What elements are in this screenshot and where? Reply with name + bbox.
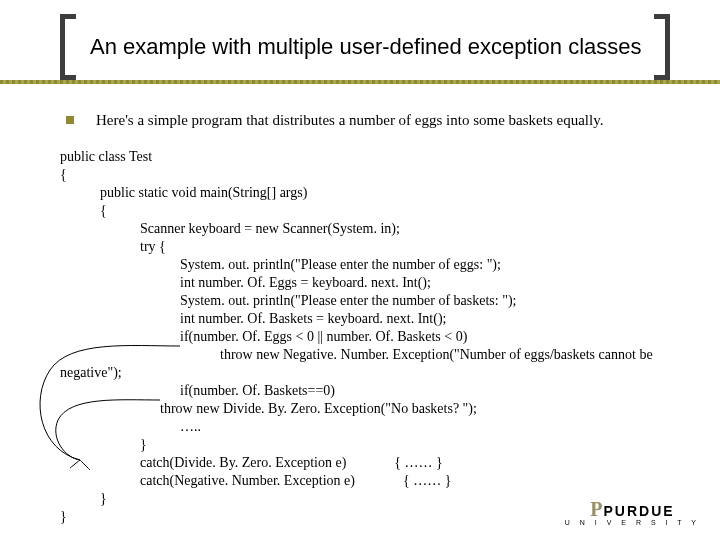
code-line: { xyxy=(60,202,653,220)
logo-brand: PURDUE xyxy=(603,503,674,519)
code-line: int number. Of. Eggs = keyboard. next. I… xyxy=(60,274,653,292)
code-line: ….. xyxy=(60,418,653,436)
code-line: } xyxy=(60,436,653,454)
slide-title: An example with multiple user-defined ex… xyxy=(90,34,642,60)
code-line: System. out. println("Please enter the n… xyxy=(60,292,653,310)
code-block: public class Test { public static void m… xyxy=(60,148,653,526)
code-line: if(number. Of. Eggs < 0 || number. Of. B… xyxy=(60,328,653,346)
purdue-logo: PPURDUE U N I V E R S I T Y xyxy=(565,498,700,526)
code-line: System. out. println("Please enter the n… xyxy=(60,256,653,274)
code-line: catch(Divide. By. Zero. Exception e){ ……… xyxy=(60,454,653,472)
code-line: Scanner keyboard = new Scanner(System. i… xyxy=(60,220,653,238)
code-line: public static void main(String[] args) xyxy=(60,184,653,202)
code-line: if(number. Of. Baskets==0) xyxy=(60,382,653,400)
logo-mark-icon: P xyxy=(590,498,601,521)
title-underline xyxy=(0,80,720,84)
intro-line: Here's a simple program that distributes… xyxy=(66,112,690,129)
code-line: } xyxy=(60,490,653,508)
code-line: negative"); xyxy=(60,364,653,382)
code-line: { xyxy=(60,166,653,184)
code-line: int number. Of. Baskets = keyboard. next… xyxy=(60,310,653,328)
bullet-icon xyxy=(66,116,74,124)
code-line: throw new Divide. By. Zero. Exception("N… xyxy=(60,400,653,418)
code-line: throw new Negative. Number. Exception("N… xyxy=(60,346,653,364)
code-line: } xyxy=(60,508,653,526)
intro-text: Here's a simple program that distributes… xyxy=(96,112,603,128)
code-line: catch(Negative. Number. Exception e){ ……… xyxy=(60,472,653,490)
bracket-right-icon xyxy=(648,14,676,80)
code-line: try { xyxy=(60,238,653,256)
logo-subtext: U N I V E R S I T Y xyxy=(565,519,700,526)
code-line: public class Test xyxy=(60,148,653,166)
bracket-left-icon xyxy=(54,14,82,80)
